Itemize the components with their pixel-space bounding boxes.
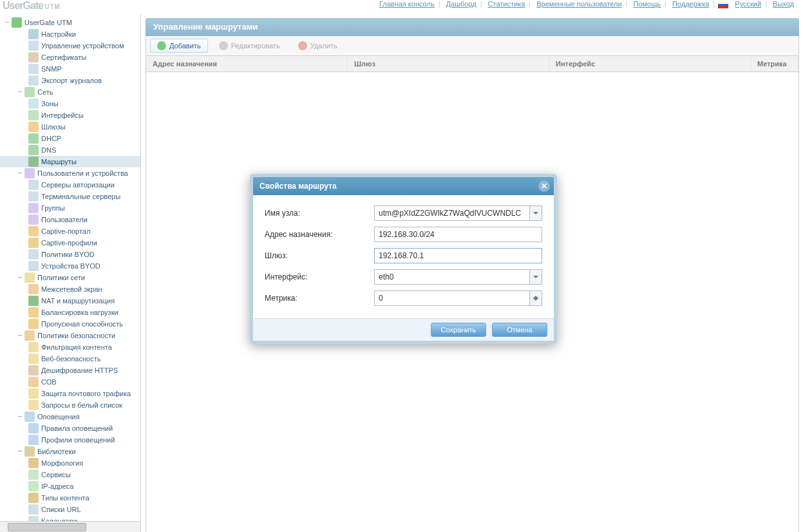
tree-services[interactable]: Сервисы <box>0 469 140 480</box>
nav-stats[interactable]: Статистика <box>488 0 525 8</box>
bell-icon <box>24 412 35 422</box>
tree-mail-security[interactable]: Защита почтового трафика <box>0 388 140 399</box>
col-metric[interactable]: Метрика <box>751 56 798 71</box>
tree-nat[interactable]: NAT и маршрутизация <box>0 295 140 307</box>
tree-routes[interactable]: Маршруты <box>0 156 140 167</box>
tree-root[interactable]: −UserGate UTM <box>0 17 140 28</box>
ip-icon <box>28 481 39 491</box>
tree-byod-devices[interactable]: Устройства BYOD <box>0 260 140 272</box>
users-icon <box>24 168 35 178</box>
tree-ip-addresses[interactable]: IP-адреса <box>0 480 140 492</box>
terminal-icon <box>28 191 39 202</box>
tree-users-list[interactable]: Пользователи <box>0 214 140 225</box>
tree-export[interactable]: Экспорт журналов <box>0 75 140 86</box>
group-icon <box>28 203 39 213</box>
morph-icon <box>28 458 39 468</box>
tree-bandwidth[interactable]: Пропускная способность <box>0 318 140 330</box>
interface-combobox[interactable]: eth0 <box>374 269 542 285</box>
tree-byod-policies[interactable]: Политики BYOD <box>0 249 140 260</box>
tree-interfaces[interactable]: Интерфейсы <box>0 109 140 121</box>
col-gateway[interactable]: Шлюз <box>348 56 549 71</box>
nav-tempusers[interactable]: Временные пользователи <box>536 0 621 8</box>
close-icon[interactable]: ✕ <box>538 180 550 192</box>
tree-alert-profiles[interactable]: Профили оповещений <box>0 434 140 446</box>
pencil-icon <box>219 41 228 50</box>
tree-users-devices[interactable]: −Пользователи и устройства <box>0 167 140 179</box>
user-icon <box>28 214 39 225</box>
tree-dns[interactable]: DNS <box>0 144 140 156</box>
tree-device-mgmt[interactable]: Управление устройством <box>0 40 140 52</box>
nav-lang[interactable]: Русский <box>735 0 761 8</box>
tree-snmp[interactable]: SNMP <box>0 63 140 75</box>
tree-url-lists[interactable]: Списки URL <box>0 504 140 515</box>
plus-icon <box>157 41 166 50</box>
globe-icon <box>24 87 35 97</box>
route-properties-dialog: Свойства маршрута ✕ Имя узла: utm@pXIdZ2… <box>250 174 557 344</box>
sidebar-hscrollbar[interactable] <box>0 521 140 532</box>
export-icon <box>28 75 39 86</box>
gateway-input[interactable] <box>374 248 542 263</box>
tree-firewall[interactable]: Межсетевой экран <box>0 283 140 295</box>
nav-dashboard[interactable]: Дашборд <box>446 0 477 8</box>
tree-settings[interactable]: Настройки <box>0 28 140 40</box>
portal-icon <box>28 226 39 236</box>
cancel-button[interactable]: Отмена <box>492 323 547 337</box>
tree-web-security[interactable]: Веб-безопасность <box>0 353 140 365</box>
tree-terminal-servers[interactable]: Терминальные серверы <box>0 191 140 202</box>
spinner-buttons-icon[interactable] <box>529 291 542 305</box>
dhcp-icon <box>28 133 39 144</box>
rules-icon <box>28 423 39 433</box>
mail-icon <box>28 388 39 399</box>
nic-icon <box>28 110 39 120</box>
col-interface[interactable]: Интерфейс <box>549 56 751 71</box>
tree-certs[interactable]: Сертификаты <box>0 52 140 63</box>
tree-groups[interactable]: Группы <box>0 202 140 214</box>
tree-zones[interactable]: Зоны <box>0 98 140 109</box>
metric-spinner[interactable]: 0 <box>374 290 542 306</box>
tree-content-filter[interactable]: Фильтрация контента <box>0 341 140 353</box>
tree-net-policies[interactable]: −Политики сети <box>0 272 140 283</box>
ctype-icon <box>28 493 39 503</box>
destination-input[interactable] <box>374 227 542 242</box>
tree-alerts[interactable]: −Оповещения <box>0 411 140 423</box>
nav-support[interactable]: Поддержка <box>672 0 709 8</box>
tree-network[interactable]: −Сеть <box>0 86 140 98</box>
tree-captive-profiles[interactable]: Captive-профили <box>0 237 140 249</box>
tree-gateways[interactable]: Шлюзы <box>0 121 140 133</box>
tree-whitelist-requests[interactable]: Запросы в белый список <box>0 399 140 411</box>
tree-libraries[interactable]: −Библиотеки <box>0 446 140 457</box>
ids-icon <box>28 377 39 387</box>
bw-icon <box>28 319 39 329</box>
tree-dhcp[interactable]: DHCP <box>0 133 140 144</box>
tree-morphology[interactable]: Морфология <box>0 457 140 469</box>
tree-sec-policies[interactable]: −Политики безопасности <box>0 330 140 341</box>
tree-alert-rules[interactable]: Правила оповещений <box>0 423 140 434</box>
nav-logout[interactable]: Выход <box>773 0 794 8</box>
https-icon <box>28 365 39 375</box>
label-node: Имя узла: <box>265 209 374 218</box>
dropdown-trigger-icon[interactable] <box>529 206 542 220</box>
delete-button[interactable]: Удалить <box>291 39 345 53</box>
save-button[interactable]: Сохранить <box>431 323 486 337</box>
tree-load-balancing[interactable]: Балансировка нагрузки <box>0 307 140 318</box>
tree-auth-servers[interactable]: Серверы авторизации <box>0 179 140 191</box>
tree-captive-portal[interactable]: Captive-портал <box>0 225 140 237</box>
nat-icon <box>28 296 39 306</box>
tree-https-decrypt[interactable]: Дешифрование HTTPS <box>0 365 140 376</box>
panel-title: Управление маршрутами <box>146 18 799 36</box>
node-combobox[interactable]: utm@pXIdZ2GWIkZ7WaQdIVUCWNDLC <box>374 205 542 221</box>
dropdown-trigger-icon[interactable] <box>529 270 542 284</box>
x-icon <box>298 41 307 50</box>
nav-main[interactable]: Главная консоль <box>379 0 435 8</box>
nav-help[interactable]: Помощь <box>634 0 661 8</box>
edit-button[interactable]: Редактировать <box>212 39 287 53</box>
nav-tree: −UserGate UTM Настройки Управление устро… <box>0 14 140 522</box>
dns-icon <box>28 145 39 155</box>
services-icon <box>28 470 39 480</box>
col-destination[interactable]: Адрес назначения <box>146 56 348 71</box>
tree-ids[interactable]: СОВ <box>0 376 140 388</box>
gateway-icon <box>28 122 39 132</box>
add-button[interactable]: Добавить <box>150 39 208 53</box>
label-interface: Интерфейс: <box>265 272 374 281</box>
tree-content-types[interactable]: Типы контента <box>0 492 140 504</box>
